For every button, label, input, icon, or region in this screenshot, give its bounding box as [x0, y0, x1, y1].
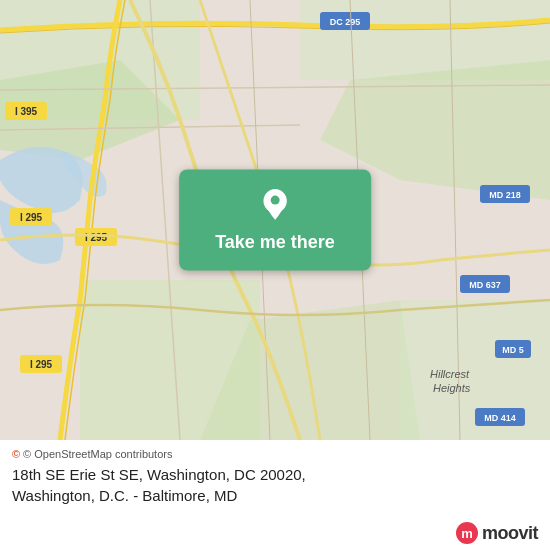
- take-me-there-button[interactable]: Take me there: [179, 170, 371, 271]
- location-pin-icon: [259, 188, 291, 224]
- svg-point-35: [270, 196, 279, 205]
- svg-text:I 395: I 395: [15, 106, 38, 117]
- footer-bar: © © OpenStreetMap contributors 18th SE E…: [0, 440, 550, 550]
- svg-text:Hillcrest: Hillcrest: [430, 368, 470, 380]
- osm-logo: ©: [12, 448, 20, 460]
- moovit-m-badge: m: [456, 522, 478, 544]
- svg-text:Heights: Heights: [433, 382, 471, 394]
- address-text: 18th SE Erie St SE, Washington, DC 20020…: [12, 464, 538, 506]
- address-line1: 18th SE Erie St SE, Washington, DC 20020…: [12, 466, 306, 483]
- moovit-logo: m moovit: [456, 522, 538, 544]
- osm-attribution: © © OpenStreetMap contributors: [12, 448, 538, 460]
- svg-text:MD 637: MD 637: [469, 280, 501, 290]
- svg-text:DC 295: DC 295: [330, 17, 361, 27]
- moovit-name: moovit: [482, 523, 538, 544]
- moovit-branding-row: m moovit: [12, 510, 538, 544]
- svg-text:MD 5: MD 5: [502, 345, 524, 355]
- map-container: I 295 I 295 I 295 I 395 DC 295 MD 218 MD…: [0, 0, 550, 440]
- svg-text:I 295: I 295: [20, 212, 43, 223]
- osm-text: © OpenStreetMap contributors: [23, 448, 172, 460]
- svg-text:I 295: I 295: [30, 359, 53, 370]
- svg-text:MD 414: MD 414: [484, 413, 516, 423]
- take-me-there-label: Take me there: [215, 232, 335, 253]
- address-line2: Washington, D.C. - Baltimore, MD: [12, 487, 237, 504]
- moovit-letter: m: [461, 526, 473, 541]
- svg-text:MD 218: MD 218: [489, 190, 521, 200]
